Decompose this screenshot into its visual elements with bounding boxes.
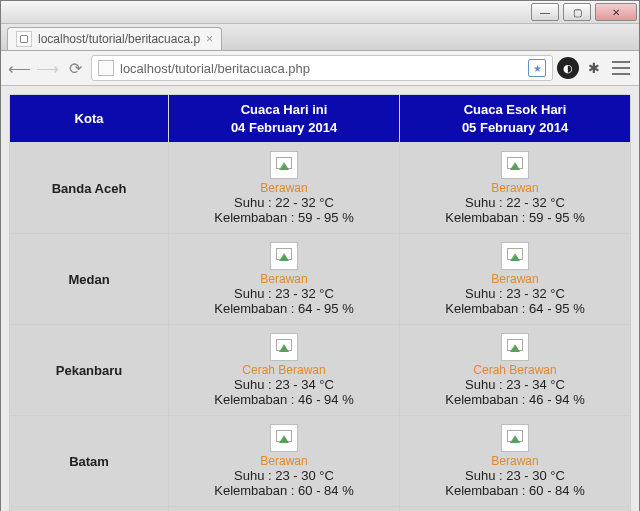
temperature-text: Suhu : 23 - 34 °C xyxy=(404,377,626,392)
col-header-city: Kota xyxy=(10,95,169,143)
window-minimize-button[interactable]: — xyxy=(531,3,559,21)
humidity-text: Kelembaban : 59 - 95 % xyxy=(173,210,395,225)
broken-image-icon xyxy=(270,151,298,179)
humidity-text: Kelembaban : 60 - 84 % xyxy=(173,483,395,498)
temperature-text: Suhu : 23 - 34 °C xyxy=(173,377,395,392)
city-name: Pekanbaru xyxy=(10,325,169,416)
tomorrow-cell: Cerah BerawanSuhu : 23 - 34 °CKelembaban… xyxy=(400,325,631,416)
condition-text: Berawan xyxy=(173,454,395,468)
condition-text: Berawan xyxy=(404,272,626,286)
table-row: Banda AcehBerawanSuhu : 22 - 32 °CKelemb… xyxy=(10,143,631,234)
tab-favicon xyxy=(16,31,32,47)
back-button[interactable]: ⟵ xyxy=(7,56,31,80)
temperature-text: Suhu : 22 - 32 °C xyxy=(404,195,626,210)
extension-icon[interactable]: ◐ xyxy=(557,57,579,79)
broken-image-icon xyxy=(501,333,529,361)
condition-text: Berawan xyxy=(173,181,395,195)
col-header-tomorrow: Cuaca Esok Hari 05 February 2014 xyxy=(400,95,631,143)
tab-close-icon[interactable]: × xyxy=(206,32,213,46)
weather-cell: BerawanSuhu : 23 - 30 °CKelembaban : 60 … xyxy=(173,424,395,498)
broken-image-icon xyxy=(270,242,298,270)
reload-button[interactable]: ⟳ xyxy=(63,56,87,80)
weather-cell: Cerah BerawanSuhu : 23 - 34 °CKelembaban… xyxy=(173,333,395,407)
condition-text: Berawan xyxy=(404,181,626,195)
humidity-text: Kelembaban : 64 - 95 % xyxy=(404,301,626,316)
humidity-text: Kelembaban : 59 - 95 % xyxy=(404,210,626,225)
weather-cell: BerawanSuhu : 22 - 32 °CKelembaban : 59 … xyxy=(404,151,626,225)
weather-cell: BerawanSuhu : 23 - 30 °CKelembaban : 60 … xyxy=(404,424,626,498)
city-name xyxy=(10,507,169,511)
table-row: BatamBerawanSuhu : 23 - 30 °CKelembaban … xyxy=(10,416,631,507)
address-text: localhost/tutorial/beritacuaca.php xyxy=(120,61,310,76)
window-close-button[interactable]: ✕ xyxy=(595,3,637,21)
broken-image-icon xyxy=(501,242,529,270)
tab-strip: localhost/tutorial/beritacuaca.p × xyxy=(1,24,639,51)
forward-button[interactable]: ⟶ xyxy=(35,56,59,80)
broken-image-icon xyxy=(501,151,529,179)
humidity-text: Kelembaban : 64 - 95 % xyxy=(173,301,395,316)
condition-text: Cerah Berawan xyxy=(173,363,395,377)
table-row: PekanbaruCerah BerawanSuhu : 23 - 34 °CK… xyxy=(10,325,631,416)
table-row xyxy=(10,507,631,511)
col-header-today: Cuaca Hari ini 04 February 2014 xyxy=(169,95,400,143)
browser-window: — ▢ ✕ localhost/tutorial/beritacuaca.p ×… xyxy=(0,0,640,511)
tomorrow-cell: BerawanSuhu : 23 - 30 °CKelembaban : 60 … xyxy=(400,416,631,507)
today-cell: BerawanSuhu : 23 - 32 °CKelembaban : 64 … xyxy=(169,234,400,325)
today-cell: BerawanSuhu : 23 - 30 °CKelembaban : 60 … xyxy=(169,416,400,507)
broken-image-icon xyxy=(270,333,298,361)
weather-cell: Cerah BerawanSuhu : 23 - 34 °CKelembaban… xyxy=(404,333,626,407)
weather-cell: BerawanSuhu : 23 - 32 °CKelembaban : 64 … xyxy=(404,242,626,316)
condition-text: Berawan xyxy=(173,272,395,286)
today-cell xyxy=(169,507,400,511)
temperature-text: Suhu : 23 - 32 °C xyxy=(173,286,395,301)
today-cell: BerawanSuhu : 22 - 32 °CKelembaban : 59 … xyxy=(169,143,400,234)
broken-image-icon xyxy=(270,424,298,452)
table-row: MedanBerawanSuhu : 23 - 32 °CKelembaban … xyxy=(10,234,631,325)
bookmark-icon[interactable]: ★ xyxy=(528,59,546,77)
humidity-text: Kelembaban : 46 - 94 % xyxy=(404,392,626,407)
temperature-text: Suhu : 23 - 30 °C xyxy=(404,468,626,483)
address-bar[interactable]: localhost/tutorial/beritacuaca.php ★ xyxy=(91,55,553,81)
today-cell: Cerah BerawanSuhu : 23 - 34 °CKelembaban… xyxy=(169,325,400,416)
weather-cell: BerawanSuhu : 22 - 32 °CKelembaban : 59 … xyxy=(173,151,395,225)
browser-tab[interactable]: localhost/tutorial/beritacuaca.p × xyxy=(7,27,222,50)
weather-cell: BerawanSuhu : 23 - 32 °CKelembaban : 64 … xyxy=(173,242,395,316)
page-icon xyxy=(98,60,114,76)
tomorrow-cell: BerawanSuhu : 22 - 32 °CKelembaban : 59 … xyxy=(400,143,631,234)
city-name: Medan xyxy=(10,234,169,325)
broken-image-icon xyxy=(501,424,529,452)
city-name: Batam xyxy=(10,416,169,507)
tomorrow-cell xyxy=(400,507,631,511)
humidity-text: Kelembaban : 46 - 94 % xyxy=(173,392,395,407)
condition-text: Cerah Berawan xyxy=(404,363,626,377)
page-viewport[interactable]: Kota Cuaca Hari ini 04 February 2014 Cua… xyxy=(1,86,639,511)
temperature-text: Suhu : 22 - 32 °C xyxy=(173,195,395,210)
tomorrow-cell: BerawanSuhu : 23 - 32 °CKelembaban : 64 … xyxy=(400,234,631,325)
humidity-text: Kelembaban : 60 - 84 % xyxy=(404,483,626,498)
menu-button[interactable] xyxy=(609,56,633,80)
tab-title: localhost/tutorial/beritacuaca.p xyxy=(38,32,200,46)
extension-settings-icon[interactable]: ✱ xyxy=(583,57,605,79)
window-maximize-button[interactable]: ▢ xyxy=(563,3,591,21)
condition-text: Berawan xyxy=(404,454,626,468)
toolbar: ⟵ ⟶ ⟳ localhost/tutorial/beritacuaca.php… xyxy=(1,51,639,86)
weather-table: Kota Cuaca Hari ini 04 February 2014 Cua… xyxy=(9,94,631,511)
city-name: Banda Aceh xyxy=(10,143,169,234)
window-titlebar: — ▢ ✕ xyxy=(1,1,639,24)
temperature-text: Suhu : 23 - 30 °C xyxy=(173,468,395,483)
temperature-text: Suhu : 23 - 32 °C xyxy=(404,286,626,301)
